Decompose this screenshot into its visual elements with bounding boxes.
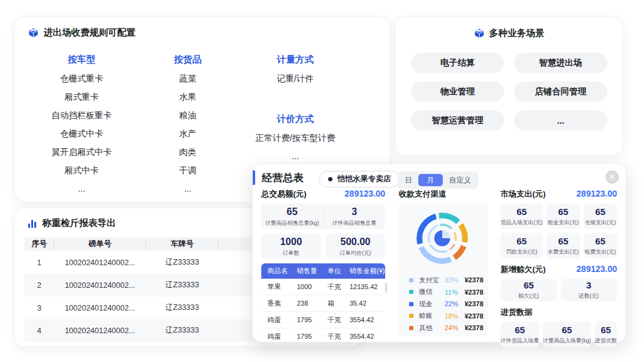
legend-item: 支付宝33%¥2378 [409,276,483,284]
scenario-button[interactable]: 智慧运营管理 [411,110,504,130]
rules-column-header: 按货品 [174,54,202,65]
stat-label: 电费支出(元) [585,248,616,256]
scrollbar[interactable] [385,283,387,293]
rule-item: 自动挡栏板重卡 [52,110,112,121]
product-table-body: 苹果1000千克12135.42香蕉238箱35.42鸡蛋1795千克3554.… [261,279,385,344]
product-cell: 12135.42 [350,283,385,290]
rule-item: 厢式重卡 [64,92,99,102]
legend-swatch-icon [409,278,413,282]
stat-label: 罚款支出(元) [506,248,537,256]
store-selector[interactable]: 恺恺水果专卖店 [319,171,401,187]
legend-percent: 22% [445,300,464,307]
rule-item: 记重/计件 [277,74,314,84]
rule-item: 厢式中卡 [64,165,99,176]
stat-label: 进货次数 [595,337,617,345]
report-col-header: 磅单号 [54,237,146,251]
rule-item: 水果 [179,92,196,102]
rule-item: 水产 [179,129,196,139]
report-col-header: 车牌号 [146,237,218,251]
total-transaction-row: 总交易额(元) 289123.00 [261,189,385,200]
stat-grid: 65赊欠(元)3还数(元) [500,279,617,301]
close-button[interactable]: ✕ [605,170,619,184]
legend-amount: ¥2378 [464,288,483,296]
section-value: 289123.00 [577,264,617,274]
section-label: 新增赊欠(元) [500,264,546,275]
legend-percent: 24% [445,324,464,331]
expense-sections: 市场支出(元)289123.0065货品入场支出(元)65租金支出(元)65仓储… [500,189,617,347]
scenario-button[interactable]: 智慧进出场 [514,53,607,73]
table-row: 苹果1000千克12135.42 [261,279,385,295]
product-cell: 鸡蛋 [267,315,297,325]
payment-channels-row: 收款支付渠道 [399,189,488,200]
product-col-header: 销售金额(¥) [350,266,385,276]
close-icon: ✕ [609,173,615,181]
tab-day[interactable]: 日 [399,174,418,186]
legend-name: 赊账 [419,311,445,320]
stat-value: 65 [286,206,297,217]
title-accent-bar [253,170,255,185]
scenario-button[interactable]: 物业管理 [411,81,504,102]
legend-amount: ¥2378 [464,300,483,307]
legend-swatch-icon [409,302,413,306]
product-cell: 千克 [328,282,350,292]
stat-value: 500.00 [340,236,370,247]
report-cell: 100202401240002... [54,326,146,335]
legend-swatch-icon [409,290,413,294]
goods-type-column: 按货品蔬菜水果粮油水产肉类干调... [151,54,224,194]
product-cell: 35.42 [350,300,385,307]
stat-box: 65赊欠(元) [500,279,557,301]
stat-label: 货品入场支出(元) [500,219,543,227]
stat-box: 1000 订单数 [261,234,321,258]
stat-label: 赊欠(元) [519,292,539,300]
product-cell: 1795 [297,316,328,323]
report-cell: 辽Z33333 [146,325,218,336]
product-cell: 苹果 [267,282,297,292]
stat-value: 65 [516,236,527,247]
scenarios-card-title: 多种业务场景 [489,28,545,39]
rule-item: ... [184,184,191,194]
stat-value: 1000 [280,236,302,247]
rule-item: 蔬菜 [179,74,196,84]
report-col-header: 序号 [25,237,54,251]
legend-percent: 11% [445,288,464,296]
stat-label: 计重商品销售总量(kg) [266,219,320,227]
scenario-button[interactable]: 电子结算 [411,53,504,73]
legend-item: 其他24%¥2378 [409,323,483,332]
cube-icon [474,28,485,39]
section-label-row: 市场支出(元)289123.00 [500,189,617,200]
rule-item: ... [78,184,85,194]
stat-value: 65 [558,236,569,247]
store-name: 恺恺水果专卖店 [337,174,391,184]
rule-item: 仓栅式重卡 [60,74,103,84]
stat-box: 65电费支出(元) [584,233,618,258]
expenses-column: 市场支出(元)289123.0065货品入场支出(元)65租金支出(元)65仓储… [500,189,617,347]
legend-amount: ¥2378 [464,324,483,331]
legend-swatch-icon [409,314,413,318]
card-title-row: 进出场收费规则可配置 [28,27,136,39]
report-cell: 3 [25,304,54,312]
stat-label: 水费支出(元) [548,248,579,256]
section-value: 289123.00 [577,189,617,198]
bar-chart-icon [28,219,37,228]
stat-grid: 65货品入场支出(元)65租金支出(元)65仓储支出(元)65罚款支出(元)65… [500,203,617,258]
period-tabs: 日 月 自定义 [397,172,478,189]
stat-box: 65货品入场支出(元) [500,203,543,229]
tab-month[interactable]: 月 [418,174,443,186]
legend-item: 现金22%¥2378 [409,300,483,308]
stat-value: 65 [516,206,527,217]
stat-value: 65 [562,325,572,336]
product-table-header: 商品名销售量单位销售金额(¥) [261,263,385,279]
cube-icon [28,28,39,38]
legend-name: 支付宝 [419,276,445,285]
tab-custom[interactable]: 自定义 [443,174,477,186]
rule-item: 粮油 [179,110,196,121]
scenario-button[interactable]: 店铺合同管理 [514,81,607,102]
table-row: 鸡蛋1795千克3554.42 [261,328,385,344]
rule-item: 翼开启厢式中卡 [52,147,112,157]
payment-channels-column: 收款支付渠道 支付宝33%¥2378微信11%¥2378现金22%¥2378赊账… [399,189,488,337]
scenario-button[interactable]: ... [514,110,607,130]
stat-value: 3 [586,280,591,291]
total-transaction-value: 289123.00 [345,189,385,198]
table-row: 香蕉238箱35.42 [261,295,385,312]
legend-name: 其他 [419,323,445,333]
